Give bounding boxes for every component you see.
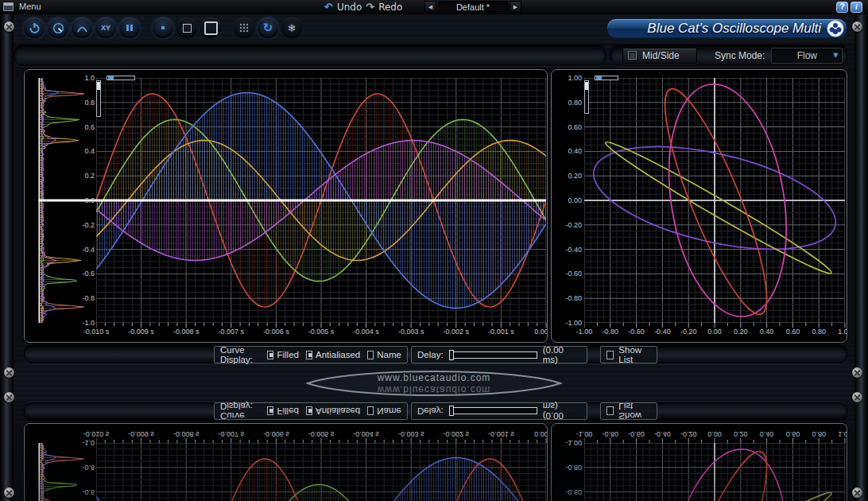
dot-icon — [160, 25, 166, 31]
reflected-name-label: Name — [377, 406, 401, 416]
y-tick-label: -0.2 — [72, 221, 95, 229]
screw-icon — [4, 392, 14, 402]
undo-button[interactable]: Undo — [337, 2, 362, 13]
reflected-delay-group: Delay: (0.00 ms) — [411, 402, 587, 420]
toolbar-buttons: XY↻❄ — [24, 17, 305, 38]
y-tick-label: -0.80 — [556, 294, 582, 302]
next-preset-button[interactable]: ▶ — [510, 1, 521, 12]
knob-icon — [52, 22, 64, 34]
delay-group: Delay: (0.00 ms) — [411, 346, 587, 363]
window-icon[interactable] — [3, 2, 14, 11]
reflected-curve-display-label: Curve Display: — [220, 402, 260, 421]
screw-icon — [852, 367, 862, 378]
dot-size-button[interactable] — [153, 17, 173, 38]
x-tick-label: -0.007 s — [212, 328, 250, 336]
title-bar: Blue Cat's Oscilloscope Multi — [606, 18, 847, 38]
y-tick-label: 0.20 — [556, 172, 582, 180]
menu-button[interactable]: Menu — [19, 2, 41, 11]
ui-reflection: 1.00.80.60.40.20.0-0.2-0.4-0.6-0.8-1.0 -… — [0, 402, 868, 501]
square-small-button[interactable] — [176, 17, 197, 38]
reflected-show-list-label: Show List — [618, 402, 651, 421]
sync-refresh-button[interactable]: ↻ — [258, 17, 278, 38]
power-button[interactable] — [24, 17, 45, 38]
square-large-button[interactable] — [200, 17, 221, 38]
scope-hzoom-slider[interactable] — [107, 76, 135, 80]
chevron-down-icon: ▼ — [833, 52, 838, 59]
reflected-x-tick-label: -0.009 s — [122, 430, 161, 438]
xy-hzoom-slider[interactable] — [595, 76, 618, 80]
refresh-icon: ↻ — [263, 21, 273, 35]
info-button[interactable]: i — [851, 2, 862, 13]
xy-icon: XY — [101, 24, 110, 32]
x-tick-label: -0.001 s — [482, 328, 520, 336]
subheader: Mid/Side Sync Mode: Flow ▼ — [0, 42, 868, 68]
reflected-controls-bar: Curve Display: Filled Antialiased Name D… — [24, 402, 847, 421]
controls-bar: Curve Display: Filled Antialiased Name D… — [24, 344, 847, 363]
reflected-x-tick-label: 1.00 — [829, 430, 847, 438]
reflected-antialiased-label: Antialiased — [316, 406, 360, 416]
reflected-antialiased-checkbox — [306, 407, 312, 416]
delay-slider-handle[interactable] — [449, 350, 454, 360]
wave-mode-button[interactable] — [72, 17, 92, 38]
prev-preset-button[interactable]: ◀ — [424, 1, 436, 12]
reflected-x-tick-label: -0.006 s — [257, 430, 295, 438]
xy-mode-button[interactable]: XY — [95, 17, 116, 38]
y-tick-label: -0.6 — [72, 270, 95, 278]
xy-scope-panel: 1.000.800.600.400.200.00-0.20-0.40-0.60-… — [551, 69, 847, 343]
menu-bar: Menu ↶ Undo ↷ Redo ◀ Default * ▶ ? i — [0, 0, 868, 14]
midside-toggle-button[interactable]: Mid/Side — [622, 48, 697, 64]
help-button[interactable]: ? — [836, 2, 848, 13]
reflected-filled-label: Filled — [277, 406, 298, 416]
pause-button[interactable] — [119, 17, 140, 38]
show-list-checkbox[interactable] — [606, 351, 614, 359]
reflected-x-tick-label: -0.005 s — [302, 430, 340, 438]
screw-icon — [852, 392, 862, 402]
knob-button[interactable] — [48, 17, 68, 38]
redo-button[interactable]: Redo — [378, 2, 402, 13]
x-tick-label: -0.010 s — [77, 328, 115, 336]
name-checkbox[interactable] — [367, 351, 374, 359]
antialiased-label[interactable]: Antialiased — [316, 350, 360, 359]
toolbar: XY↻❄ Blue Cat's Oscilloscope Multi — [0, 14, 868, 42]
name-label[interactable]: Name — [377, 350, 401, 359]
right-edge-pipe — [854, 14, 868, 501]
wave-icon — [76, 23, 88, 33]
y-tick-label: -1.00 — [556, 319, 582, 327]
sync-mode-value: Flow — [797, 50, 817, 61]
reflected-x-tick-label: -0.010 s — [77, 430, 115, 438]
reflected-waveform-scope-panel: 1.00.80.60.40.20.0-0.2-0.4-0.6-0.8-1.0 -… — [24, 423, 548, 501]
y-tick-label: 0.60 — [556, 123, 582, 131]
waveform-scope-panel: 1.00.80.60.40.20.0-0.2-0.4-0.6-0.8-1.0 -… — [24, 69, 548, 343]
xy-vzoom-slider[interactable] — [584, 80, 589, 114]
scope-vzoom-slider[interactable] — [96, 80, 101, 117]
show-list-label[interactable]: Show List — [618, 345, 651, 364]
grid-dots-button[interactable] — [234, 17, 254, 38]
y-tick-label: 0.0 — [72, 196, 95, 204]
reflected-delay-value: (0.00 ms) — [543, 402, 581, 421]
preset-field[interactable]: Default * — [438, 1, 508, 12]
reflected-controls-row: Curve Display: Filled Antialiased Name D… — [0, 402, 868, 422]
reflected-show-list-group: Show List — [600, 402, 657, 420]
freeze-button[interactable]: ❄ — [281, 17, 302, 38]
filled-label[interactable]: Filled — [277, 350, 298, 359]
left-edge-pipe — [0, 14, 14, 501]
screw-icon — [4, 21, 14, 32]
reflected-filled-checkbox — [267, 407, 273, 416]
reflected-delay-slider — [449, 408, 537, 415]
delay-slider[interactable] — [449, 351, 537, 359]
reflected-scope-plot — [96, 440, 546, 501]
x-tick-label: -0.002 s — [437, 328, 475, 336]
sync-mode-dropdown[interactable]: Flow ▼ — [771, 48, 843, 64]
grid-icon — [238, 22, 250, 33]
reflected-x-tick-label: -0.001 s — [482, 430, 520, 438]
reflected-y-tick-label: -1.0 — [72, 439, 95, 447]
reflected-show-list-checkbox — [606, 407, 614, 416]
x-tick-label: 0.000 s — [527, 328, 548, 336]
undo-icon: ↶ — [324, 1, 333, 13]
reflected-y-tick-label: -0.6 — [72, 488, 95, 496]
delay-value: (0.00 ms) — [543, 345, 581, 364]
filled-checkbox[interactable] — [267, 351, 273, 359]
antialiased-checkbox[interactable] — [306, 351, 312, 359]
curve-display-group: Curve Display: Filled Antialiased Name — [214, 346, 408, 363]
reflected-x-tick-label: -0.002 s — [437, 430, 475, 438]
